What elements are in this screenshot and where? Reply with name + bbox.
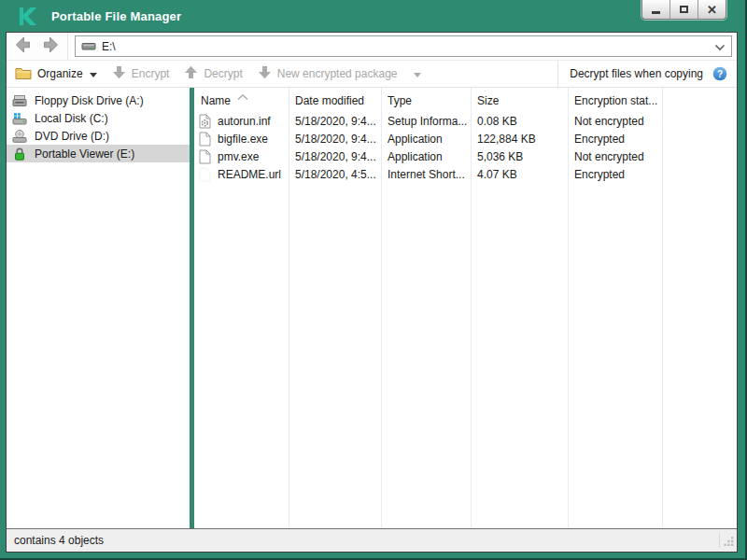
file-list-panel: Name Date modified Type Size Encryption …	[194, 88, 737, 528]
file-encryption-status: Encrypted	[568, 168, 662, 181]
address-dropdown-chevron-icon[interactable]	[714, 38, 726, 55]
kaspersky-logo-icon	[19, 7, 38, 25]
window-content: E:\ Organize Encrypt	[6, 32, 738, 553]
app-window: Portable File Manager ✕ E:\	[0, 0, 747, 560]
column-header-encryption-status[interactable]: Encryption stat...	[568, 94, 662, 112]
address-input[interactable]: E:\	[102, 40, 714, 53]
file-icon	[198, 149, 212, 164]
sidebar-item-label: DVD Drive (D:)	[35, 130, 109, 143]
close-button[interactable]: ✕	[698, 0, 726, 19]
navigation-bar: E:\	[7, 33, 737, 61]
resize-grip[interactable]	[724, 536, 735, 550]
status-separator	[719, 533, 720, 548]
lock-icon	[12, 147, 27, 161]
svg-text:?: ?	[717, 69, 723, 79]
file-row[interactable]: README.url 5/18/2020, 4:5... Internet Sh…	[194, 165, 737, 183]
sidebar-item-label: Local Disk (C:)	[35, 112, 108, 125]
file-date: 5/18/2020, 4:5...	[289, 168, 381, 181]
close-icon: ✕	[707, 4, 717, 16]
sidebar-item-floppy-a[interactable]: Floppy Disk Drive (A:)	[7, 91, 190, 109]
hard-disk-icon	[12, 111, 27, 126]
window-controls: ✕	[641, 0, 726, 20]
folder-icon	[15, 66, 32, 82]
drive-icon	[81, 38, 96, 55]
file-type: Application	[381, 150, 471, 163]
nav-separator	[67, 33, 68, 60]
back-button[interactable]	[15, 36, 34, 57]
file-size: 5,036 KB	[471, 150, 568, 163]
decrypt-label: Decrypt	[204, 67, 242, 80]
maximize-icon	[680, 6, 688, 13]
forward-button[interactable]	[40, 36, 59, 57]
help-button[interactable]: ?	[712, 66, 727, 81]
column-header-filler	[662, 107, 737, 112]
sort-ascending-icon	[237, 90, 248, 103]
new-package-dropdown-caret-icon	[414, 67, 421, 80]
file-encryption-status: Not encrypted	[568, 115, 662, 128]
file-row[interactable]: pmv.exe 5/18/2020, 9:4... Application 5,…	[194, 147, 737, 165]
new-encrypted-package-label: New encrypted package	[277, 67, 398, 80]
drive-sidebar: Floppy Disk Drive (A:) Local Disk (C:) D…	[7, 88, 190, 528]
floppy-drive-icon	[12, 93, 27, 108]
toolbar-separator	[557, 61, 558, 87]
sidebar-item-portable-e[interactable]: Portable Viewer (E:)	[7, 145, 190, 162]
column-separator[interactable]	[471, 88, 472, 528]
sidebar-item-label: Portable Viewer (E:)	[35, 147, 134, 161]
column-header-size[interactable]: Size	[471, 94, 568, 112]
main-area: Floppy Disk Drive (A:) Local Disk (C:) D…	[7, 88, 737, 529]
encrypt-button[interactable]: Encrypt	[105, 61, 177, 87]
file-name: README.url	[218, 168, 281, 181]
organize-dropdown-caret-icon	[90, 67, 97, 80]
arrow-down-icon	[112, 65, 126, 82]
file-encryption-status: Encrypted	[568, 133, 662, 146]
sidebar-item-local-c[interactable]: Local Disk (C:)	[7, 109, 190, 127]
url-file-icon	[198, 167, 212, 182]
column-separator[interactable]	[568, 88, 569, 528]
toolbar-right: Decrypt files when copying ?	[557, 61, 737, 87]
toolbar: Organize Encrypt Decrypt	[7, 61, 737, 88]
column-separator[interactable]	[381, 88, 382, 528]
file-date: 5/18/2020, 9:4...	[289, 133, 381, 146]
file-size: 4.07 KB	[471, 168, 568, 181]
organize-button[interactable]: Organize	[7, 61, 105, 87]
file-size: 122,884 KB	[471, 133, 568, 146]
sidebar-item-label: Floppy Disk Drive (A:)	[35, 94, 144, 107]
nav-buttons	[7, 36, 67, 57]
status-bar: contains 4 objects	[7, 529, 737, 552]
titlebar[interactable]: Portable File Manager ✕	[0, 0, 747, 32]
file-name: pmv.exe	[218, 150, 259, 163]
maximize-button[interactable]	[669, 0, 698, 19]
file-icon	[198, 132, 212, 147]
decrypt-when-copying-label: Decrypt files when copying	[570, 67, 703, 80]
file-row[interactable]: bigfile.exe 5/18/2020, 9:4... Applicatio…	[194, 130, 737, 147]
file-encryption-status: Not encrypted	[568, 150, 662, 163]
address-bar[interactable]: E:\	[75, 35, 732, 57]
status-text: contains 4 objects	[14, 534, 104, 547]
column-header-type[interactable]: Type	[381, 94, 471, 112]
sidebar-item-dvd-d[interactable]: DVD Drive (D:)	[7, 127, 190, 145]
column-header-date-modified[interactable]: Date modified	[289, 94, 381, 112]
window-title: Portable File Manager	[51, 9, 181, 23]
new-encrypted-package-button[interactable]: New encrypted package	[250, 61, 430, 87]
file-type: Application	[381, 133, 471, 146]
file-row[interactable]: autorun.inf 5/18/2020, 9:4... Setup Info…	[194, 112, 737, 130]
minimize-button[interactable]	[642, 0, 669, 19]
file-name: autorun.inf	[218, 115, 271, 128]
arrow-up-icon	[184, 65, 198, 82]
file-date: 5/18/2020, 9:4...	[289, 150, 381, 163]
setup-file-icon	[198, 114, 212, 129]
arrow-down-icon	[258, 65, 272, 82]
file-type: Internet Short...	[381, 168, 471, 181]
file-date: 5/18/2020, 9:4...	[289, 115, 381, 128]
dvd-drive-icon	[12, 129, 27, 144]
column-separator[interactable]	[289, 88, 289, 528]
organize-label: Organize	[37, 67, 83, 80]
file-type: Setup Informa...	[381, 115, 471, 128]
column-separator[interactable]	[662, 88, 663, 528]
decrypt-button[interactable]: Decrypt	[176, 61, 249, 87]
file-name: bigfile.exe	[218, 133, 268, 146]
file-list-header: Name Date modified Type Size Encryption …	[194, 88, 737, 112]
encrypt-label: Encrypt	[132, 67, 170, 80]
minimize-icon	[652, 11, 660, 14]
file-size: 0.08 KB	[471, 115, 568, 128]
